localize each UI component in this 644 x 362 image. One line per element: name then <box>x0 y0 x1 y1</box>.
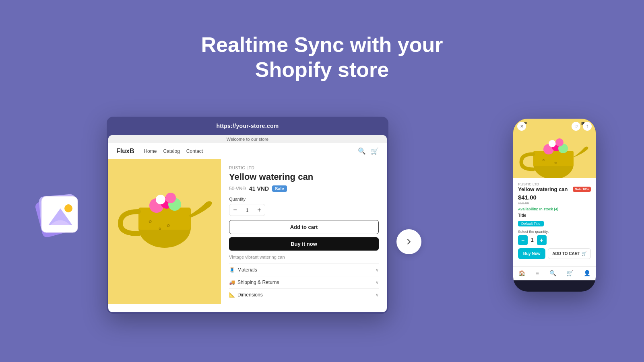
mobile-share-button[interactable]: f <box>583 122 592 131</box>
search-icon[interactable]: 🔍 <box>358 147 366 155</box>
nav-home[interactable]: Home <box>144 148 157 154</box>
mobile-price-original: $50.00 <box>518 201 591 205</box>
store-product: ✿ ✿ ✿ RUSTIC LTD Yellow watering can 50 … <box>108 159 387 304</box>
mobile-price: $41.00 <box>518 194 591 201</box>
chevron-icon: ∨ <box>376 280 379 285</box>
accordion-materials-label: 🧵 Materials <box>229 267 257 273</box>
svg-text:✿: ✿ <box>542 158 545 162</box>
store-nav: FluxB Home Catalog Contact 🔍 🛒 <box>108 143 387 159</box>
quantity-label: Quantity <box>229 197 379 202</box>
mobile-variant-badge[interactable]: Default Title <box>518 221 544 226</box>
svg-text:✿: ✿ <box>554 161 557 165</box>
mobile-heart-button[interactable]: ♡ <box>572 122 580 131</box>
shipping-icon: 🚚 <box>229 280 235 285</box>
store-notice: Welcome to our store <box>108 135 387 143</box>
product-image-area: ✿ ✿ ✿ <box>108 159 221 304</box>
qty-plus-button[interactable]: + <box>254 204 265 216</box>
mobile-brand: Rustic LTD <box>518 182 591 186</box>
nav-catalog[interactable]: Catalog <box>163 148 180 154</box>
price-original: 50 VND <box>229 186 246 191</box>
mobile-nav-cart[interactable]: 🛒 <box>566 270 573 276</box>
mobile-nav-account[interactable]: 👤 <box>584 270 590 276</box>
store-logo: FluxB <box>116 148 134 155</box>
quantity-control: − 1 + <box>229 204 265 216</box>
hero-title: Realtime Sync with your Shopify store <box>181 32 463 82</box>
svg-point-13 <box>165 193 176 203</box>
mobile-nav-menu[interactable]: ≡ <box>536 270 539 276</box>
browser-content: Welcome to our store FluxB Home Catalog … <box>108 135 387 312</box>
mobile-bottom-nav: 🏠 ≡ 🔍 🛒 👤 <box>513 266 596 280</box>
watering-can-scene: ✿ ✿ ✿ <box>108 159 221 304</box>
mobile-qty-row: − 1 + <box>518 235 591 245</box>
mobile-sale-badge: Sale 18% <box>573 187 591 192</box>
store-nav-links: Home Catalog Contact <box>144 148 203 154</box>
accordion-dimensions[interactable]: 📐 Dimensions ∨ <box>229 288 379 301</box>
mobile-cta-row: Buy Now ADD TO CART 🛒 <box>518 248 591 259</box>
accordion-dimensions-label: 📐 Dimensions <box>229 292 263 298</box>
buy-now-button[interactable]: Buy it now <box>229 237 379 251</box>
price-current: 41 VND <box>249 185 269 192</box>
mobile-content: Rustic LTD Yellow watering can Sale 18% … <box>513 178 596 266</box>
chevron-icon: ∨ <box>376 267 379 273</box>
mobile-cart-button[interactable]: ADD TO CART 🛒 <box>548 248 591 259</box>
sticker-icon <box>30 185 91 245</box>
svg-point-12 <box>156 195 165 204</box>
next-arrow-button[interactable] <box>396 229 421 254</box>
svg-rect-8 <box>138 208 191 230</box>
browser-bar: https://your-store.com <box>107 117 388 135</box>
svg-text:✿: ✿ <box>167 223 170 228</box>
mobile-action-buttons: ♡ f <box>572 122 592 131</box>
svg-point-23 <box>549 140 556 147</box>
chevron-icon: ∨ <box>376 292 379 298</box>
accordion-care[interactable]: ♡ Care Instructions ∨ <box>229 301 379 304</box>
mobile-title-row: Yellow watering can Sale 18% <box>518 186 591 192</box>
product-description: Vintage vibrant watering can <box>229 255 379 259</box>
browser-mockup: https://your-store.com Welcome to our st… <box>107 117 388 314</box>
accordion-shipping[interactable]: 🚚 Shipping & Returns ∨ <box>229 276 379 288</box>
product-title: Yellow watering can <box>229 172 379 182</box>
svg-point-24 <box>555 138 564 146</box>
mobile-cart-icon: 🛒 <box>582 251 586 256</box>
product-price-row: 50 VND 41 VND Sale <box>229 185 379 192</box>
cart-icon[interactable]: 🛒 <box>371 147 379 155</box>
accordion-shipping-label: 🚚 Shipping & Returns <box>229 280 279 285</box>
mobile-qty-plus[interactable]: + <box>537 235 547 245</box>
svg-point-5 <box>64 204 72 212</box>
dimensions-icon: 📐 <box>229 292 235 298</box>
hero-title-line2: Shopify store <box>255 58 389 81</box>
mobile-qty-label: Select the quantity: <box>518 230 591 234</box>
product-brand: RUSTIC LTD <box>229 166 379 170</box>
svg-rect-19 <box>533 151 574 166</box>
mobile-title-section-label: Title <box>518 213 591 218</box>
mobile-nav-home[interactable]: 🏠 <box>518 270 525 276</box>
svg-text:✿: ✿ <box>149 219 152 224</box>
mobile-nav-search[interactable]: 🔍 <box>549 270 556 276</box>
mobile-product-image: 1:30 ▮▮▮ ▮ ✿ ✿ ✕ ♡ f <box>513 119 596 178</box>
hero-title-line1: Realtime Sync with your <box>201 33 443 56</box>
mobile-qty-value: 1 <box>531 237 534 243</box>
browser-url: https://your-store.com <box>216 123 279 129</box>
svg-text:✿: ✿ <box>159 227 161 230</box>
mobile-buy-button[interactable]: Buy Now <box>518 248 545 259</box>
mobile-availability: Availability: In stock (4) <box>518 207 591 211</box>
mobile-mockup: 1:30 ▮▮▮ ▮ ✿ ✿ ✕ ♡ f Rustic LTD <box>513 119 596 292</box>
sale-badge: Sale <box>272 185 287 192</box>
mobile-close-button[interactable]: ✕ <box>517 122 526 131</box>
qty-value: 1 <box>241 207 254 213</box>
mobile-product-title: Yellow watering can <box>518 186 568 192</box>
store-nav-icons: 🔍 🛒 <box>358 147 379 155</box>
qty-minus-button[interactable]: − <box>229 204 241 216</box>
materials-icon: 🧵 <box>229 267 235 273</box>
product-details: RUSTIC LTD Yellow watering can 50 VND 41… <box>221 159 387 304</box>
mobile-qty-minus[interactable]: − <box>518 235 528 245</box>
accordion-materials[interactable]: 🧵 Materials ∨ <box>229 263 379 276</box>
mobile-in-stock: In stock <box>539 207 553 211</box>
add-to-cart-button[interactable]: Add to cart <box>229 220 379 234</box>
nav-contact[interactable]: Contact <box>186 148 203 154</box>
